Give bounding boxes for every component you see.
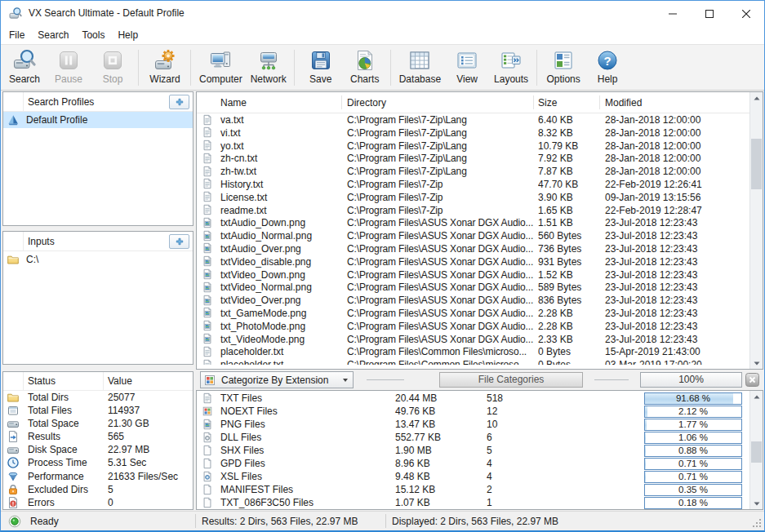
input-item[interactable]: C:\ bbox=[3, 251, 193, 268]
file-row[interactable]: History.txt C:\Program Files\7-Zip 47.70… bbox=[197, 178, 749, 191]
status-row: Total Dirs 25077 bbox=[3, 391, 193, 404]
inputs-panel: Inputs C:\ bbox=[2, 231, 193, 365]
toolbar-button-view[interactable]: View bbox=[445, 46, 489, 90]
close-icon bbox=[742, 10, 750, 18]
file-row[interactable]: txtAudio_Down.png C:\Program Files\ASUS … bbox=[197, 216, 749, 229]
png-file-icon bbox=[202, 418, 213, 430]
toolbar-button-database[interactable]: Database bbox=[395, 46, 445, 90]
status-row: Total Files 114937 bbox=[3, 404, 193, 417]
add-icon bbox=[175, 237, 185, 246]
file-row[interactable]: txt_GameMode.png C:\Program Files\ASUS X… bbox=[197, 307, 749, 320]
database-icon bbox=[408, 49, 431, 72]
toolbar-button-pause[interactable]: Pause bbox=[47, 46, 91, 90]
divider-line bbox=[367, 379, 404, 380]
toolbar-button-search[interactable]: Search bbox=[2, 46, 47, 90]
results-icon bbox=[7, 430, 20, 443]
menu-tools[interactable]: Tools bbox=[75, 27, 111, 43]
category-row[interactable]: TXT_086F3C50 Files 1.07 KB 1 0.18 % bbox=[197, 496, 749, 509]
file-row[interactable]: vi.txt C:\Program Files\7-Zip\Lang 8.32 … bbox=[197, 126, 749, 140]
profile-item[interactable]: Default Profile bbox=[3, 112, 193, 128]
file-row[interactable]: txtVideo_Over.png C:\Program Files\ASUS … bbox=[197, 294, 749, 307]
png-file-icon bbox=[202, 320, 215, 332]
toolbar-button-help[interactable]: Help bbox=[585, 46, 629, 90]
category-row[interactable]: XSL Files 9.48 KB 4 0.71 % bbox=[197, 470, 749, 483]
toolbar: Search Pause Stop Wizard Computer bbox=[1, 44, 764, 91]
file-row[interactable]: txtAudio_Normal.png C:\Program Files\ASU… bbox=[197, 229, 749, 242]
column-header-directory[interactable]: Directory bbox=[347, 97, 386, 109]
plain-file-icon bbox=[202, 496, 213, 508]
resize-grip-icon[interactable] bbox=[752, 518, 763, 529]
file-row[interactable]: License.txt C:\Program Files\7-Zip 3.90 … bbox=[197, 191, 749, 204]
column-header-size[interactable]: Size bbox=[538, 97, 557, 109]
close-categories-button[interactable] bbox=[745, 373, 759, 387]
menu-file[interactable]: File bbox=[2, 27, 31, 43]
menu-help[interactable]: Help bbox=[111, 27, 145, 43]
close-panel-icon bbox=[745, 373, 759, 387]
txt-file-icon bbox=[202, 140, 215, 152]
toolbar-button-stop[interactable]: Stop bbox=[91, 46, 135, 90]
help-icon bbox=[596, 49, 619, 72]
category-row[interactable]: PNG Files 13.47 KB 10 1.77 % bbox=[197, 418, 749, 431]
category-list-scrollbar[interactable] bbox=[749, 391, 763, 509]
file-row[interactable]: placeholder.txt C:\Program Files\Common … bbox=[197, 358, 749, 365]
status-row: Results 565 bbox=[3, 430, 193, 443]
add-profile-button[interactable] bbox=[169, 95, 189, 109]
minimize-button[interactable] bbox=[654, 1, 691, 26]
toolbar-button-network[interactable]: Network bbox=[247, 46, 291, 90]
categories-progress: 100% bbox=[640, 372, 742, 388]
file-row[interactable]: txtAudio_Over.png C:\Program Files\ASUS … bbox=[197, 242, 749, 255]
category-row[interactable]: TXT Files 20.44 MB 518 91.68 % bbox=[197, 392, 749, 405]
percent-bar: 0.71 % bbox=[644, 458, 742, 470]
scroll-down-icon[interactable] bbox=[750, 497, 763, 509]
category-row[interactable]: SHX Files 1.90 MB 5 0.88 % bbox=[197, 444, 749, 457]
toolbar-button-layouts[interactable]: Layouts bbox=[489, 46, 533, 90]
file-list-scrollbar[interactable] bbox=[749, 92, 763, 369]
column-header-name[interactable]: Name bbox=[220, 97, 247, 109]
categorize-dropdown[interactable]: Categorize By Extension bbox=[200, 371, 354, 388]
file-row[interactable]: placeholder.txt C:\Program Files\Common … bbox=[197, 345, 749, 358]
status-row: Total Space 21.30 GB bbox=[3, 417, 193, 430]
files-icon bbox=[7, 404, 20, 417]
file-row[interactable]: txt_VideoMode.png C:\Program Files\ASUS … bbox=[197, 333, 749, 346]
scroll-up-icon[interactable] bbox=[750, 391, 763, 403]
category-row[interactable]: GPD Files 8.96 KB 4 0.71 % bbox=[197, 457, 749, 470]
file-row[interactable]: zh-cn.txt C:\Program Files\7-Zip\Lang 7.… bbox=[197, 152, 749, 165]
file-row[interactable]: zh-tw.txt C:\Program Files\7-Zip\Lang 7.… bbox=[197, 165, 749, 178]
category-row[interactable]: MANIFEST Files 15.12 KB 2 0.35 % bbox=[197, 483, 749, 496]
minimize-icon bbox=[669, 10, 677, 18]
toolbar-button-options[interactable]: Options bbox=[541, 46, 585, 90]
add-input-button[interactable] bbox=[169, 234, 189, 249]
close-button[interactable] bbox=[727, 1, 764, 26]
file-row[interactable]: txt_PhotoMode.png C:\Program Files\ASUS … bbox=[197, 320, 749, 333]
menubar: FileSearchToolsHelp bbox=[1, 26, 764, 44]
file-row[interactable]: va.txt C:\Program Files\7-Zip\Lang 6.40 … bbox=[197, 113, 749, 126]
maximize-icon bbox=[705, 10, 714, 18]
txt-file-icon bbox=[202, 345, 215, 357]
category-row[interactable]: NOEXT Files 49.76 KB 12 2.12 % bbox=[197, 405, 749, 418]
scroll-up-icon[interactable] bbox=[750, 92, 763, 104]
dll-file-icon bbox=[202, 431, 213, 443]
file-row[interactable]: yo.txt C:\Program Files\7-Zip\Lang 10.79… bbox=[197, 140, 749, 153]
scroll-down-icon[interactable] bbox=[750, 357, 763, 369]
grid-icon bbox=[203, 374, 216, 387]
performance-icon bbox=[7, 470, 20, 483]
file-row[interactable]: txtVideo_disable.png C:\Program Files\AS… bbox=[197, 255, 749, 268]
category-row[interactable]: DLL Files 552.77 KB 6 1.06 % bbox=[197, 431, 749, 444]
maximize-button[interactable] bbox=[691, 1, 727, 26]
file-row[interactable]: txtVideo_Down.png C:\Program Files\ASUS … bbox=[197, 268, 749, 282]
file-categories-button[interactable]: File Categories bbox=[439, 372, 583, 388]
file-row[interactable]: readme.txt C:\Program Files\7-Zip 1.65 K… bbox=[197, 204, 749, 217]
column-header-modified[interactable]: Modified bbox=[605, 97, 642, 109]
file-row[interactable]: txtVideo_Normal.png C:\Program Files\ASU… bbox=[197, 281, 749, 294]
toolbar-button-computer[interactable]: Computer bbox=[195, 46, 247, 90]
txt-file-icon bbox=[202, 191, 215, 203]
toolbar-button-charts[interactable]: Charts bbox=[343, 46, 387, 90]
search-icon bbox=[13, 49, 36, 72]
toolbar-button-save[interactable]: Save bbox=[299, 46, 343, 90]
menu-search[interactable]: Search bbox=[31, 27, 75, 43]
toolbar-button-wizard[interactable]: Wizard bbox=[143, 46, 187, 90]
scrollbar-thumb[interactable] bbox=[751, 441, 762, 463]
png-file-icon bbox=[202, 242, 215, 255]
scrollbar-thumb[interactable] bbox=[751, 139, 762, 189]
percent-bar: 0.88 % bbox=[644, 445, 742, 457]
